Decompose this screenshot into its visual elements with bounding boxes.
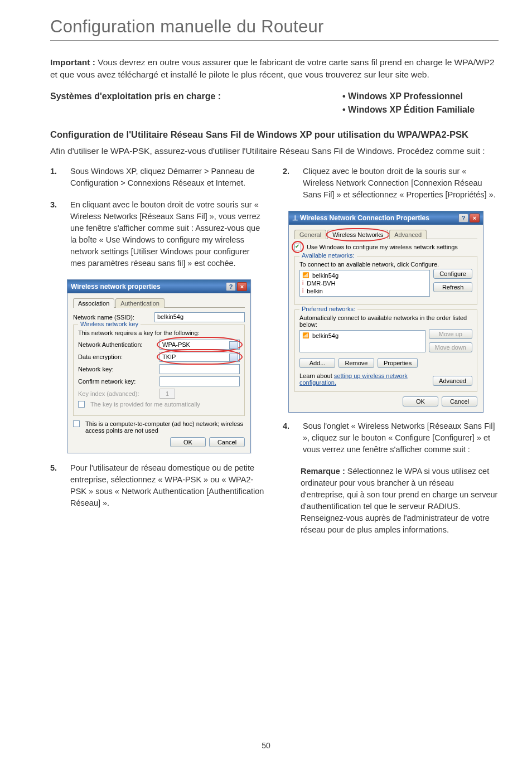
- tab-general[interactable]: General: [294, 230, 326, 239]
- ssid-input[interactable]: belkin54g: [154, 312, 245, 322]
- step-4-num: 4.: [283, 420, 293, 456]
- step-5-text: Pour l'utilisateur de réseau domestique …: [70, 462, 266, 509]
- autokey-checkbox: [78, 401, 85, 408]
- configure-button[interactable]: Configure: [433, 269, 472, 279]
- preferred-hint: Automatically connect to available netwo…: [299, 314, 472, 328]
- available-networks-list[interactable]: 📶belkin54g iDMR-BVH ibelkin: [299, 270, 430, 297]
- dialog2-ok-button[interactable]: OK: [403, 396, 438, 406]
- autokey-label: The key is provided for me automatically: [90, 401, 200, 408]
- available-networks-legend: Available networks:: [299, 252, 357, 259]
- net-c: belkin: [307, 288, 323, 294]
- confkey-label: Confirm network key:: [78, 378, 156, 385]
- preferred-networks-list[interactable]: 📶belkin54g: [299, 330, 425, 352]
- dialog1-ok-button[interactable]: OK: [170, 437, 206, 447]
- dialog1-title: Wireless network properties: [71, 283, 161, 291]
- tab-wireless-networks[interactable]: Wireless Networks: [327, 230, 388, 239]
- keyindex-spinner: 1: [159, 389, 175, 399]
- remove-button[interactable]: Remove: [338, 358, 374, 368]
- step-1: 1. Sous Windows XP, cliquez Démarrer > P…: [50, 166, 266, 189]
- advanced-button[interactable]: Advanced: [433, 376, 472, 386]
- signal-icon: 📶: [302, 332, 309, 338]
- netauth-dropdown[interactable]: WPA-PSK: [159, 340, 240, 350]
- step-3-num: 3.: [50, 199, 60, 269]
- page-number: 50: [262, 741, 270, 750]
- step-1-num: 1.: [50, 166, 60, 189]
- step-4-text: Sous l'onglet « Wireless Networks [Résea…: [303, 420, 499, 456]
- list-item: 📶belkin54g: [302, 332, 423, 340]
- os-item-pro: • Windows XP Professionnel: [342, 91, 499, 101]
- remarque-paragraph: Remarque : Sélectionnez le WPA si vous u…: [301, 466, 499, 536]
- list-item: 📶belkin54g: [302, 272, 427, 279]
- wireless-network-properties-dialog: Wireless network properties ? × Associat…: [67, 279, 251, 453]
- movedown-button: Move down: [429, 342, 472, 352]
- dataenc-dropdown[interactable]: TKIP: [159, 352, 240, 362]
- netauth-label: Network Authentication:: [78, 341, 156, 348]
- signal-icon: 📶: [302, 272, 309, 278]
- list-item: ibelkin: [302, 287, 427, 295]
- ssid-label: Network name (SSID):: [73, 314, 151, 321]
- confkey-input[interactable]: [159, 376, 240, 386]
- keyindex-label: Key index (advanced):: [78, 390, 156, 397]
- page-title: Configuration manuelle du Routeur: [50, 17, 499, 37]
- dataenc-label: Data encryption:: [78, 354, 156, 360]
- step-1-text: Sous Windows XP, cliquez Démarrer > Pann…: [70, 166, 266, 189]
- wireless-key-legend: Wireless network key: [78, 321, 141, 327]
- step-3: 3. En cliquant avec le bouton droit de v…: [50, 199, 266, 269]
- step-5-num: 5.: [50, 462, 60, 509]
- intro-label: Important :: [50, 57, 95, 67]
- config-intro: Afin d'utiliser le WPA-PSK, assurez-vous…: [50, 145, 499, 157]
- net-b: DMR-BVH: [307, 280, 335, 287]
- signal-icon: i: [302, 288, 303, 294]
- intro-paragraph: Important : Vous devrez en outre vous as…: [50, 56, 499, 81]
- tab-advanced[interactable]: Advanced: [389, 230, 427, 239]
- adhoc-label: This is a computer-to-computer (ad hoc) …: [85, 420, 245, 434]
- netkey-input[interactable]: [159, 364, 240, 374]
- key-required-text: This network requires a key for the foll…: [78, 330, 240, 336]
- dialog1-titlebar: Wireless network properties ? ×: [67, 280, 250, 293]
- step-4: 4. Sous l'onglet « Wireless Networks [Ré…: [283, 420, 499, 456]
- wireless-connection-properties-dialog: ⊥Wireless Network Connection Properties …: [288, 211, 483, 413]
- step-3-text: En cliquant avec le bouton droit de votr…: [70, 199, 266, 269]
- add-button[interactable]: Add...: [299, 358, 335, 368]
- adhoc-checkbox[interactable]: [73, 420, 80, 427]
- close-icon[interactable]: ×: [470, 214, 480, 222]
- dialog2-cancel-button[interactable]: Cancel: [442, 396, 477, 406]
- use-windows-label: Use Windows to configure my wireless net…: [307, 244, 458, 250]
- os-support-row: Systèmes d'exploitation pris en charge :…: [50, 91, 499, 115]
- remarque-label: Remarque :: [301, 467, 345, 476]
- preferred-networks-legend: Preferred networks:: [299, 306, 357, 312]
- intro-text: Vous devrez en outre vous assurer que le…: [50, 57, 495, 79]
- help-icon[interactable]: ?: [458, 214, 468, 222]
- moveup-button: Move up: [429, 329, 472, 339]
- learn-prefix: Learn about: [299, 372, 334, 379]
- step-2-num: 2.: [283, 166, 293, 201]
- available-hint: To connect to an available network, clic…: [299, 261, 472, 268]
- config-heading: Configuration de l'Utilitaire Réseau San…: [50, 128, 499, 141]
- close-icon[interactable]: ×: [237, 282, 247, 291]
- dialog2-titlebar: ⊥Wireless Network Connection Properties …: [289, 211, 483, 225]
- tab-association[interactable]: Association: [73, 298, 114, 308]
- properties-button[interactable]: Properties: [378, 358, 418, 368]
- step-2-text: Cliquez avec le bouton droit de la souri…: [303, 166, 499, 201]
- step-5: 5. Pour l'utilisateur de réseau domestiq…: [50, 462, 266, 509]
- os-support-label: Systèmes d'exploitation pris en charge :: [50, 91, 320, 115]
- dialog2-title: Wireless Network Connection Properties: [300, 214, 429, 222]
- refresh-button[interactable]: Refresh: [433, 282, 472, 292]
- help-icon[interactable]: ?: [226, 282, 236, 291]
- wireless-icon: ⊥: [292, 214, 298, 222]
- dialog1-cancel-button[interactable]: Cancel: [209, 437, 245, 447]
- use-windows-checkbox[interactable]: [294, 244, 301, 250]
- remarque-text: Sélectionnez le WPA si vous utilisez cet…: [301, 467, 497, 534]
- net-a: belkin54g: [312, 272, 338, 279]
- title-rule: [50, 40, 499, 41]
- step-2: 2. Cliquez avec le bouton droit de la so…: [283, 166, 499, 201]
- signal-icon: i: [302, 280, 303, 286]
- netkey-label: Network key:: [78, 366, 156, 372]
- tab-authentication[interactable]: Authentication: [115, 298, 165, 308]
- list-item: iDMR-BVH: [302, 279, 427, 287]
- pref-item: belkin54g: [312, 332, 338, 339]
- os-item-home: • Windows XP Édition Familiale: [342, 105, 499, 115]
